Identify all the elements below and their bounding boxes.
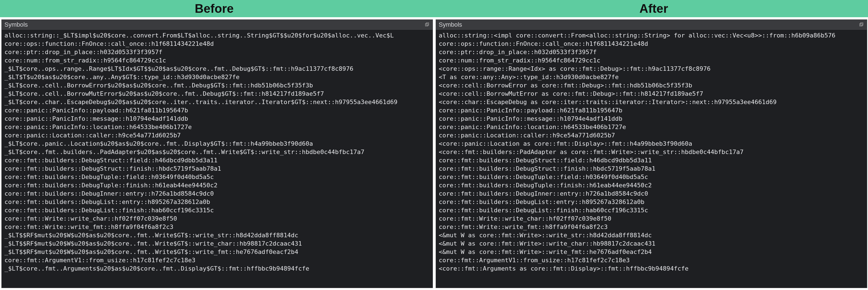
symbol-line[interactable]: core::panic::PanicInfo::message::h10794e…	[439, 115, 864, 123]
symbol-line[interactable]: core::panic::Location::caller::h9ce54a77…	[439, 131, 864, 140]
symbol-line[interactable]: _$LT$core..ops..range..Range$LT$Idx$GT$$…	[4, 65, 430, 73]
symbol-line[interactable]: core::ptr::drop_in_place::h032d0533f3f39…	[4, 48, 430, 56]
pane-header-icons	[424, 22, 430, 27]
symbols-pane-before: Symbols alloc::string::_$LT$impl$u20$cor…	[1, 20, 433, 288]
symbol-line[interactable]: core::fmt::builders::DebugList::entry::h…	[439, 198, 864, 206]
symbol-line[interactable]: core::panic::PanicInfo::payload::h621fa8…	[4, 106, 430, 115]
symbol-line[interactable]: <core::panic::Location as core::fmt::Dis…	[439, 140, 864, 148]
symbol-line[interactable]: _$LT$$RF$mut$u20$W$u20$as$u20$core..fmt.…	[4, 248, 430, 256]
symbol-line[interactable]: _$LT$$RF$mut$u20$W$u20$as$u20$core..fmt.…	[4, 231, 430, 239]
symbol-line[interactable]: core::num::from_str_radix::h9564fc864729…	[4, 56, 430, 65]
symbol-line[interactable]: core::fmt::builders::DebugStruct::finish…	[439, 165, 864, 173]
symbol-line[interactable]: <core::fmt::Arguments as core::fmt::Disp…	[439, 264, 864, 273]
symbol-line[interactable]: core::fmt::builders::DebugStruct::field:…	[439, 156, 864, 165]
symbol-line[interactable]: core::fmt::builders::DebugList::entry::h…	[4, 198, 430, 206]
svg-rect-0	[425, 24, 428, 26]
symbol-line[interactable]: _$LT$core..fmt..builders..PadAdapter$u20…	[4, 148, 430, 156]
symbol-line[interactable]: core::fmt::builders::DebugList::finish::…	[439, 206, 864, 214]
symbol-line[interactable]: core::fmt::builders::DebugStruct::finish…	[4, 165, 430, 173]
symbol-line[interactable]: core::ops::function::FnOnce::call_once::…	[439, 40, 864, 48]
symbol-line[interactable]: core::panic::PanicInfo::location::h64533…	[4, 123, 430, 131]
symbol-line[interactable]: core::panic::PanicInfo::location::h64533…	[439, 123, 864, 131]
symbol-line[interactable]: core::fmt::builders::DebugTuple::field::…	[439, 173, 864, 181]
symbol-line[interactable]: <&mut W as core::fmt::Write>::write_fmt:…	[439, 248, 864, 256]
symbol-line[interactable]: _$LT$core..cell..BorrowMutError$u20$as$u…	[4, 90, 430, 98]
symbol-line[interactable]: core::num::from_str_radix::h9564fc864729…	[439, 56, 864, 65]
symbol-line[interactable]: <T as core::any::Any>::type_id::h3d930d0…	[439, 73, 864, 81]
symbol-line[interactable]: core::fmt::builders::DebugTuple::finish:…	[4, 181, 430, 190]
symbol-line[interactable]: core::fmt::builders::DebugTuple::finish:…	[439, 181, 864, 190]
symbol-line[interactable]: <core::char::EscapeDebug as core::iter::…	[439, 98, 864, 106]
svg-rect-1	[426, 23, 429, 25]
symbol-line[interactable]: core::fmt::ArgumentV1::from_usize::h17c8…	[4, 256, 430, 264]
symbol-line[interactable]: core::fmt::ArgumentV1::from_usize::h17c8…	[439, 256, 864, 264]
symbol-line[interactable]: core::panic::PanicInfo::message::h10794e…	[4, 115, 430, 123]
symbol-line[interactable]: alloc::string::_$LT$impl$u20$core..conve…	[4, 31, 430, 40]
pane-header: Symbols	[2, 20, 433, 30]
symbol-list-before[interactable]: alloc::string::_$LT$impl$u20$core..conve…	[2, 30, 433, 276]
symbol-line[interactable]: _$LT$core..fmt..Arguments$u20$as$u20$cor…	[4, 264, 430, 273]
symbol-line[interactable]: core::fmt::builders::DebugList::finish::…	[4, 206, 430, 214]
symbol-line[interactable]: core::fmt::builders::DebugInner::entry::…	[439, 190, 864, 198]
svg-rect-3	[861, 23, 863, 25]
popout-icon[interactable]	[859, 22, 864, 27]
symbol-line[interactable]: core::ptr::drop_in_place::h032d0533f3f39…	[439, 48, 864, 56]
symbol-line[interactable]: core::panic::Location::caller::h9ce54a77…	[4, 131, 430, 140]
symbol-line[interactable]: _$LT$$RF$mut$u20$W$u20$as$u20$core..fmt.…	[4, 239, 430, 248]
symbol-line[interactable]: core::fmt::Write::write_fmt::h8ffa9f04f6…	[439, 223, 864, 231]
symbol-line[interactable]: core::fmt::builders::DebugStruct::field:…	[4, 156, 430, 165]
symbol-line[interactable]: core::fmt::Write::write_char::hf02ff07c0…	[439, 214, 864, 223]
svg-rect-2	[860, 24, 862, 26]
symbol-line[interactable]: core::fmt::Write::write_fmt::h8ffa9f04f6…	[4, 223, 430, 231]
pane-title: Symbols	[4, 21, 28, 28]
symbol-line[interactable]: core::ops::function::FnOnce::call_once::…	[4, 40, 430, 48]
symbol-line[interactable]: <&mut W as core::fmt::Write>::write_str:…	[439, 231, 864, 239]
symbol-line[interactable]: <core::ops::range::Range<Idx> as core::f…	[439, 65, 864, 73]
title-after: After	[434, 0, 868, 17]
pane-title: Symbols	[439, 21, 462, 28]
symbol-line[interactable]: _$LT$core..panic..Location$u20$as$u20$co…	[4, 140, 430, 148]
symbol-line[interactable]: <&mut W as core::fmt::Write>::write_char…	[439, 239, 864, 248]
symbol-line[interactable]: core::panic::PanicInfo::payload::h621fa8…	[439, 106, 864, 115]
symbol-line[interactable]: core::fmt::Write::write_char::hf02ff07c0…	[4, 214, 430, 223]
title-before: Before	[0, 0, 434, 17]
pane-header-icons	[859, 22, 864, 27]
symbol-line[interactable]: _$LT$T$u20$as$u20$core..any..Any$GT$::ty…	[4, 73, 430, 81]
symbols-pane-after: Symbols alloc::string::<impl core::conve…	[436, 20, 867, 288]
symbol-line[interactable]: alloc::string::<impl core::convert::From…	[439, 31, 864, 40]
symbol-line[interactable]: <core::cell::BorrowMutError as core::fmt…	[439, 90, 864, 98]
symbol-line[interactable]: _$LT$core..cell..BorrowError$u20$as$u20$…	[4, 81, 430, 90]
symbol-line[interactable]: _$LT$core..char..EscapeDebug$u20$as$u20$…	[4, 98, 430, 106]
symbol-line[interactable]: <core::cell::BorrowError as core::fmt::D…	[439, 81, 864, 90]
symbol-line[interactable]: core::fmt::builders::DebugInner::entry::…	[4, 190, 430, 198]
symbol-line[interactable]: core::fmt::builders::DebugTuple::field::…	[4, 173, 430, 181]
popout-icon[interactable]	[424, 22, 430, 27]
symbol-line[interactable]: <core::fmt::builders::PadAdapter as core…	[439, 148, 864, 156]
symbol-list-after[interactable]: alloc::string::<impl core::convert::From…	[436, 30, 867, 276]
comparison-title-bar: Before After	[0, 0, 868, 17]
pane-header: Symbols	[436, 20, 867, 30]
